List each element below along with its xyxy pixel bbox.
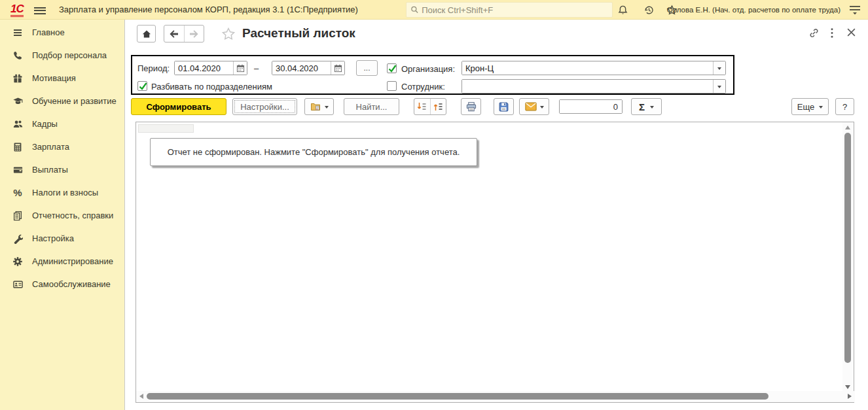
id-card-icon [12, 279, 24, 290]
vertical-scrollbar-thumb[interactable] [844, 133, 851, 363]
more-button[interactable]: Еще [791, 98, 829, 115]
topbar: 1С Зарплата и управление персоналом КОРП… [0, 0, 868, 20]
scroll-up-icon[interactable] [845, 126, 850, 129]
more-actions-kebab-icon[interactable] [830, 27, 834, 41]
current-user[interactable]: Орлова Е.Н. (Нач. отд. расчетов по оплат… [667, 0, 841, 20]
sidebar-item-settings[interactable]: Настройка [0, 227, 124, 250]
notifications-bell-icon[interactable] [615, 3, 630, 16]
calendar-icon [334, 64, 342, 73]
scroll-down-icon[interactable] [845, 385, 850, 389]
generate-button[interactable]: Сформировать [131, 98, 226, 115]
expand-groups-button[interactable] [430, 99, 446, 114]
sidebar-item-hr[interactable]: Кадры [0, 112, 124, 135]
employee-label[interactable]: Сотрудник: [401, 81, 445, 92]
report-toolbar: Сформировать Настройки... Найти... [125, 97, 868, 117]
sidebar-item-reporting[interactable]: Отчетность, справки [0, 204, 124, 227]
home-icon [141, 29, 152, 39]
employee-checkbox[interactable] [387, 81, 397, 91]
main-area: Расчетный листок Период: – [125, 20, 868, 410]
chevron-down-icon [819, 106, 823, 111]
close-icon[interactable] [846, 27, 856, 40]
organization-input[interactable] [462, 61, 713, 75]
period-variants-button[interactable]: ... [356, 60, 378, 76]
collapse-expand-group [414, 98, 446, 115]
find-button[interactable]: Найти... [344, 98, 399, 115]
period-range-separator: – [254, 61, 259, 77]
organization-dropdown-button[interactable] [713, 61, 725, 75]
vertical-scrollbar[interactable] [842, 122, 854, 392]
autosum-button[interactable]: Σ [631, 98, 662, 115]
phone-icon [12, 50, 24, 61]
period-to-input[interactable] [272, 61, 331, 75]
chevron-down-icon [325, 106, 329, 111]
get-link-icon[interactable] [808, 27, 820, 41]
period-from-calendar-button[interactable] [233, 61, 247, 75]
chevron-down-icon [650, 106, 654, 111]
sidebar-item-motivation[interactable]: Мотивация [0, 67, 124, 90]
organization-label[interactable]: Организация: [401, 63, 455, 75]
organization-field [461, 61, 726, 75]
more-button-label: Еще [797, 102, 814, 112]
settings-button[interactable]: Настройки... [232, 98, 297, 115]
floppy-save-icon [498, 101, 509, 112]
history-icon[interactable] [642, 3, 656, 16]
wrench-icon [12, 233, 24, 244]
check-icon [138, 82, 148, 91]
back-arrow-icon [169, 29, 179, 39]
autosum-input[interactable] [560, 100, 622, 113]
menu-lines-icon [12, 27, 24, 38]
employee-input[interactable] [462, 80, 713, 93]
period-to-calendar-button[interactable] [331, 61, 344, 75]
people-icon [12, 118, 24, 129]
report-area: Отчет не сформирован. Нажмите "Сформиров… [136, 122, 854, 403]
envelope-icon [525, 102, 537, 111]
gear-icon [12, 256, 24, 267]
history-nav-group [164, 25, 204, 43]
send-email-button[interactable] [519, 98, 549, 115]
forward-button[interactable] [184, 26, 204, 42]
search-input[interactable] [422, 5, 608, 15]
sidebar-item-administration[interactable]: Администрирование [0, 250, 124, 273]
scroll-right-icon[interactable] [848, 394, 852, 399]
split-by-departments-label[interactable]: Разбивать по подразделениям [151, 81, 272, 92]
split-by-departments-checkbox[interactable] [137, 81, 147, 91]
employee-dropdown-button[interactable] [713, 80, 725, 93]
print-button[interactable] [461, 98, 481, 115]
sidebar-item-training[interactable]: Обучение и развитие [0, 90, 124, 112]
collapse-groups-button[interactable] [414, 99, 430, 114]
horizontal-scrollbar-thumb[interactable] [147, 393, 769, 400]
service-menu-icon[interactable] [848, 5, 861, 15]
scroll-left-icon[interactable] [139, 394, 143, 399]
back-button[interactable] [164, 26, 184, 42]
save-button[interactable] [494, 98, 514, 115]
arrow-down-list-icon [416, 101, 427, 112]
favorite-page-star-icon[interactable] [221, 27, 236, 44]
calendar-icon [236, 64, 245, 73]
report-variants-button[interactable] [304, 98, 334, 115]
sidebar-item-salary[interactable]: Зарплата [0, 135, 124, 158]
percent-icon: % [12, 187, 24, 198]
sidebar-item-recruiting[interactable]: Подбор персонала [0, 44, 124, 67]
global-search[interactable] [406, 2, 613, 18]
main-menu-icon[interactable] [34, 5, 46, 14]
arrow-up-list-icon [433, 101, 444, 112]
period-label: Период: [137, 61, 170, 77]
graduation-cap-icon [12, 95, 24, 107]
help-button[interactable]: ? [835, 98, 854, 115]
employee-field [461, 79, 726, 94]
sidebar-item-taxes[interactable]: % Налоги и взносы [0, 181, 124, 204]
home-button[interactable] [137, 25, 156, 43]
folder-report-icon [310, 101, 321, 112]
sidebar-item-payments[interactable]: Выплаты [0, 158, 124, 181]
chevron-down-icon [717, 67, 721, 72]
calculator-icon [12, 141, 24, 152]
sidebar-item-home[interactable]: Главное [0, 21, 124, 44]
chevron-down-icon [540, 106, 544, 111]
sidebar-item-self-service[interactable]: Самообслуживание [0, 273, 124, 296]
period-to-field [272, 61, 345, 75]
printer-icon [465, 101, 477, 112]
organization-checkbox[interactable] [387, 63, 397, 73]
horizontal-scrollbar[interactable] [136, 391, 855, 402]
gift-icon [12, 73, 24, 84]
period-from-input[interactable] [175, 61, 233, 75]
